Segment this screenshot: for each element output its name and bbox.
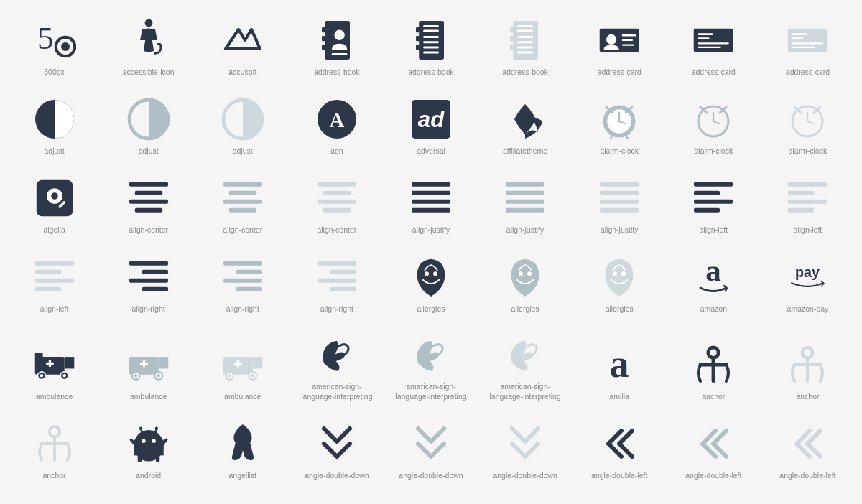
amilia-icon: a [598, 343, 641, 386]
icon-cell[interactable]: align-center [195, 165, 289, 244]
icon-cell[interactable]: ambulance [101, 323, 195, 410]
icon-cell[interactable]: algolia [7, 165, 101, 244]
icon-label: angle-double-down [399, 471, 463, 481]
icon-cell[interactable]: a amazon [667, 244, 761, 323]
icon-label: align-right [132, 304, 165, 314]
align-center-1-icon [127, 177, 170, 220]
algolia-icon [33, 177, 76, 220]
icon-label: adn [330, 146, 343, 157]
icon-cell[interactable]: android [101, 410, 195, 489]
icon-cell[interactable]: align-left [761, 165, 855, 244]
angle-double-down-1-icon [315, 422, 358, 465]
500px-icon: 5 [33, 19, 76, 62]
icon-cell[interactable]: ad adversal [384, 86, 478, 165]
icon-cell[interactable]: alarm-clock [667, 86, 761, 165]
icon-cell[interactable]: align-left [667, 165, 761, 244]
icon-label: amazon [700, 304, 727, 314]
icon-cell[interactable]: align-justify [478, 165, 573, 244]
asl-2-icon [409, 333, 453, 376]
address-card-3-icon [786, 19, 829, 62]
icon-label: allergies [417, 304, 445, 314]
icon-label: accessible-icon [123, 67, 175, 78]
svg-point-172 [154, 426, 157, 429]
icon-cell[interactable]: align-justify [573, 165, 667, 244]
icon-label: adjust [233, 146, 253, 157]
icon-label: anchor [43, 471, 66, 481]
icon-cell[interactable]: affiliatetheme [478, 86, 573, 165]
icon-label: anchor [702, 392, 725, 402]
icon-cell[interactable]: adjust [195, 86, 289, 165]
icon-cell[interactable]: angle-double-down [478, 410, 573, 489]
icon-cell[interactable]: angellist [195, 410, 289, 489]
icon-cell[interactable]: angle-double-down [289, 410, 384, 489]
icon-cell[interactable]: align-center [101, 165, 195, 244]
svg-rect-34 [622, 39, 633, 41]
icon-cell[interactable]: align-center [289, 165, 384, 244]
icon-cell[interactable]: address-card [761, 7, 855, 86]
svg-rect-76 [134, 208, 162, 213]
icon-cell[interactable]: american-sign-language-interpreting [478, 323, 573, 410]
icon-label: allergies [606, 304, 634, 314]
icon-cell[interactable]: anchor [761, 323, 855, 410]
svg-rect-99 [694, 200, 733, 204]
amazon-pay-icon: pay [786, 256, 829, 299]
svg-point-2 [61, 42, 70, 51]
icon-cell[interactable]: allergies [478, 244, 573, 323]
ambulance-1-icon [33, 343, 76, 386]
angle-double-left-3-icon [786, 422, 829, 465]
svg-rect-80 [229, 208, 256, 213]
icon-cell[interactable]: align-right [195, 244, 289, 323]
icon-cell[interactable]: align-justify [384, 165, 478, 244]
accessible-icon-icon [127, 19, 170, 62]
icon-cell[interactable]: a amilia [573, 323, 667, 410]
icon-cell[interactable]: address-book [478, 7, 573, 86]
icon-cell[interactable]: adjust [7, 86, 101, 165]
icon-cell[interactable]: address-book [289, 7, 384, 86]
icon-cell[interactable]: alarm-clock [573, 86, 667, 165]
icon-cell[interactable]: ambulance [195, 323, 289, 410]
icon-label: address-card [786, 67, 830, 78]
angle-double-left-1-icon [598, 422, 641, 465]
icon-label: ambulance [224, 392, 261, 402]
adjust-2-icon [127, 98, 170, 141]
icon-cell[interactable]: angle-double-left [573, 410, 667, 489]
svg-point-32 [606, 34, 616, 45]
svg-rect-78 [229, 191, 256, 195]
svg-rect-24 [510, 45, 514, 50]
icon-cell[interactable]: allergies [384, 244, 478, 323]
svg-point-123 [519, 272, 523, 276]
icon-cell[interactable]: american-sign-language-interpreting [384, 323, 478, 410]
icon-cell[interactable]: angle-double-left [667, 410, 761, 489]
svg-rect-83 [318, 200, 356, 204]
svg-rect-43 [792, 38, 804, 39]
icon-cell[interactable]: accusoft [195, 7, 289, 86]
icon-cell[interactable]: align-right [289, 244, 384, 323]
icon-cell[interactable]: allergies [573, 244, 667, 323]
icon-cell[interactable]: A adn [289, 86, 384, 165]
svg-rect-169 [137, 453, 141, 462]
icon-cell[interactable]: address-card [667, 7, 761, 86]
icon-cell[interactable]: adjust [101, 86, 195, 165]
icon-cell[interactable]: anchor [7, 410, 101, 489]
svg-rect-16 [423, 30, 439, 32]
svg-rect-35 [622, 45, 634, 46]
icon-label: align-center [223, 225, 262, 235]
icon-cell[interactable]: align-right [101, 244, 195, 323]
icon-cell[interactable]: 5 500px [7, 7, 101, 86]
icon-cell[interactable]: accessible-icon [101, 7, 195, 86]
icon-label: american-sign-language-interpreting [297, 382, 376, 401]
amazon-icon: a [692, 256, 735, 299]
icon-cell[interactable]: angle-double-left [761, 410, 855, 489]
icon-cell[interactable]: pay amazon-pay [761, 244, 855, 323]
icon-cell[interactable]: anchor [667, 323, 761, 410]
svg-rect-119 [318, 279, 356, 283]
icon-cell[interactable]: american-sign-language-interpreting [289, 323, 384, 410]
svg-point-166 [152, 439, 155, 442]
icon-cell[interactable]: alarm-clock [761, 86, 855, 165]
icon-cell[interactable]: align-left [7, 244, 101, 323]
accusoft-icon [221, 19, 264, 62]
icon-cell[interactable]: angle-double-down [384, 410, 478, 489]
icon-cell[interactable]: ambulance [7, 323, 101, 410]
icon-cell[interactable]: address-book [384, 7, 478, 86]
icon-cell[interactable]: address-card [573, 7, 667, 86]
